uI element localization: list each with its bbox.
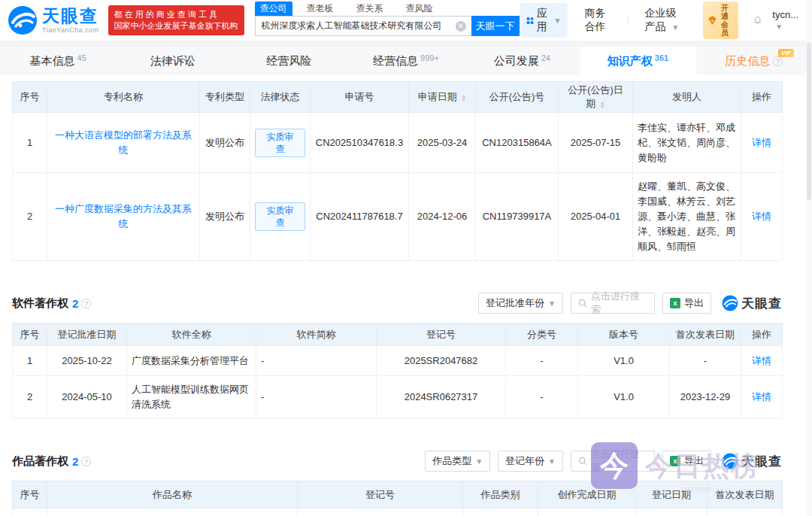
user-menu[interactable]: tycn... ▼ — [772, 9, 798, 32]
version: V1.0 — [578, 346, 670, 376]
vip-ribbon-badge: VIP — [778, 49, 794, 57]
col-patent-name: 专利名称 — [47, 82, 200, 113]
scrollbar-thumb[interactable] — [807, 42, 811, 200]
col-registration-no: 登记号 — [377, 323, 506, 346]
tianyancha-logo-icon — [722, 295, 738, 311]
col-application-date: 申请日期 ▲▼ — [409, 82, 476, 113]
clear-icon[interactable]: ✕ — [456, 21, 466, 32]
patent-type: 发明公布 — [200, 173, 250, 261]
works-copyright-section: 作品著作权 2 ? 作品类型 ▼ 登记年份 ▼ — [12, 451, 782, 516]
vip-crown-icon — [707, 13, 718, 28]
excel-export-icon: x — [670, 456, 680, 466]
col-creation-date: 创作完成日期 — [538, 481, 636, 508]
apps-menu[interactable]: 应用 ▼ — [520, 3, 568, 38]
patent-table-header: 序号 专利名称 专利类型 法律状态 申请号 申请日期 ▲▼ 公开(公告)号 公开… — [13, 82, 783, 113]
works-search-box[interactable]: 点击进行搜索 — [571, 451, 655, 472]
patent-name-link[interactable]: 一种广度数据采集的方法及其系统 — [55, 203, 192, 229]
software-short-name: - — [256, 346, 377, 376]
software-name: 人工智能模型训练数据网页清洗系统 — [127, 376, 256, 419]
sort-icon[interactable]: ▲▼ — [600, 101, 605, 108]
search-tab-company[interactable]: 查公司 — [255, 2, 292, 16]
registration-no: 2024SR0627317 — [377, 376, 506, 419]
col-approval-date: 登记批准日期 — [47, 323, 127, 346]
works-year-filter[interactable]: 登记年份 ▼ — [498, 451, 563, 472]
approval-date: 2025-10-22 — [47, 346, 127, 376]
works-row: 1 DeepSeek官方网站页面 国作登字-2025-L-00219899 其他… — [13, 508, 783, 516]
works-copyright-table: 序号 作品名称 登记号 作品类别 创作完成日期 登记日期 首次发表日期 1 De… — [12, 481, 783, 516]
nav-divider — [628, 15, 629, 26]
software-search-box[interactable]: 点击进行搜索 — [571, 293, 655, 314]
tab-operation-info[interactable]: 经营信息999+ — [348, 47, 464, 75]
legal-status-badge: 实质审查 — [255, 129, 305, 157]
top-nav: 应用 ▼ 商务合作 企业级产品 ▼ 开通 会员 — [520, 2, 798, 39]
detail-link[interactable]: 详情 — [752, 355, 771, 366]
tab-intellectual-property[interactable]: 知识产权361 — [580, 47, 695, 75]
first-publish-date: 2024-10-25 — [707, 508, 783, 516]
vip-label-line1: 开通 — [721, 4, 732, 20]
detail-link[interactable]: 详情 — [752, 391, 771, 402]
tab-legal-litigation[interactable]: 法律诉讼 — [116, 47, 232, 75]
patent-name-link[interactable]: 一种大语言模型的部署方法及系统 — [55, 129, 192, 156]
company-tabbar: 基本信息45 法律诉讼 经营风险 经营信息999+ 公司发展24 知识产权361… — [0, 47, 812, 75]
works-table-header: 序号 作品名称 登记号 作品类别 创作完成日期 登记日期 首次发表日期 — [13, 481, 783, 508]
col-inventors: 发明人 — [633, 82, 741, 113]
search-type-tabs: 查公司 查老板 查关系 查风险 — [255, 2, 520, 15]
search-icon — [578, 299, 587, 308]
search-tab-risk[interactable]: 查风险 — [401, 2, 438, 16]
tianyancha-logo-icon — [8, 5, 38, 35]
software-table-header: 序号 登记批准日期 软件全称 软件简称 登记号 分类号 版本号 首次发表日期 操… — [13, 323, 783, 346]
vip-upgrade-button[interactable]: 开通 会员 — [703, 2, 738, 39]
search-tab-boss[interactable]: 查老板 — [301, 2, 339, 16]
nav-business-cooperation[interactable]: 商务合作 — [584, 7, 611, 34]
col-seq: 序号 — [13, 481, 47, 508]
help-icon[interactable]: ? — [81, 299, 91, 308]
tianyancha-logo[interactable]: 天眼查 TianYanCha.com — [8, 5, 99, 35]
software-row: 1 2025-10-22 广度数据采集分析管理平台 - 2025SR204768… — [13, 346, 783, 376]
search-input[interactable] — [256, 17, 471, 35]
registration-date: 2025-07-18 — [636, 508, 707, 516]
chevron-down-icon: ▼ — [775, 23, 783, 31]
works-count: 2 — [72, 455, 78, 468]
works-section-title: 作品著作权 2 ? — [12, 454, 91, 469]
search-button[interactable]: 天眼一下 — [471, 16, 520, 36]
application-no: CN202411787618.7 — [311, 173, 409, 261]
software-export-button[interactable]: x 导出 — [662, 293, 711, 314]
col-registration-no: 登记号 — [298, 481, 463, 508]
software-count: 2 — [72, 297, 78, 310]
tab-history-info[interactable]: VIP 历史信息 ? — [696, 47, 812, 75]
detail-link[interactable]: 详情 — [752, 137, 771, 148]
search-tab-relation[interactable]: 查关系 — [351, 2, 389, 16]
col-class-no: 分类号 — [506, 323, 578, 346]
tab-operation-risk[interactable]: 经营风险 — [232, 47, 348, 75]
application-date: 2024-12-06 — [409, 173, 476, 261]
col-publication-no: 公开(公告)号 — [476, 82, 559, 113]
nav-enterprise-products[interactable]: 企业级产品 ▼ — [644, 7, 686, 34]
sort-icon[interactable]: ▲▼ — [461, 94, 466, 102]
software-copyright-table: 序号 登记批准日期 软件全称 软件简称 登记号 分类号 版本号 首次发表日期 操… — [12, 323, 783, 419]
software-year-filter[interactable]: 登记批准年份 ▼ — [478, 293, 563, 314]
software-short-name: - — [256, 376, 377, 419]
notification-bell-icon[interactable] — [753, 14, 762, 27]
promo-banner-line1: 都 在 用 的 商 业 查 询 工 具 — [114, 9, 238, 20]
software-copyright-section: 软件著作权 2 ? 登记批准年份 ▼ 点击进行搜索 — [12, 293, 782, 419]
registration-no: 2025SR2047682 — [377, 346, 506, 376]
help-icon[interactable]: ? — [81, 457, 91, 466]
col-work-name: 作品名称 — [47, 481, 298, 508]
patent-seq: 1 — [13, 113, 47, 173]
promo-banner-line2: 国家中小企业发展子基金旗下机构 — [114, 20, 238, 32]
work-category: 其他 — [463, 508, 538, 516]
works-type-filter[interactable]: 作品类型 ▼ — [425, 451, 490, 472]
page-scrollbar[interactable] — [806, 0, 812, 516]
tab-company-development[interactable]: 公司发展24 — [464, 47, 580, 75]
detail-link[interactable]: 详情 — [752, 211, 771, 222]
first-publish-date: - — [670, 346, 741, 376]
publication-date: 2025-04-01 — [559, 173, 633, 261]
col-first-publish-date: 首次发表日期 — [707, 481, 783, 508]
apps-label: 应用 — [537, 7, 551, 34]
class-no: - — [506, 346, 578, 376]
logo-domain: TianYanCha.com — [42, 27, 99, 34]
excel-export-icon: x — [670, 298, 680, 308]
tab-basic-info[interactable]: 基本信息45 — [0, 47, 116, 75]
works-export-button[interactable]: x 导出 — [662, 451, 711, 472]
logo-title: 天眼查 — [42, 8, 99, 25]
